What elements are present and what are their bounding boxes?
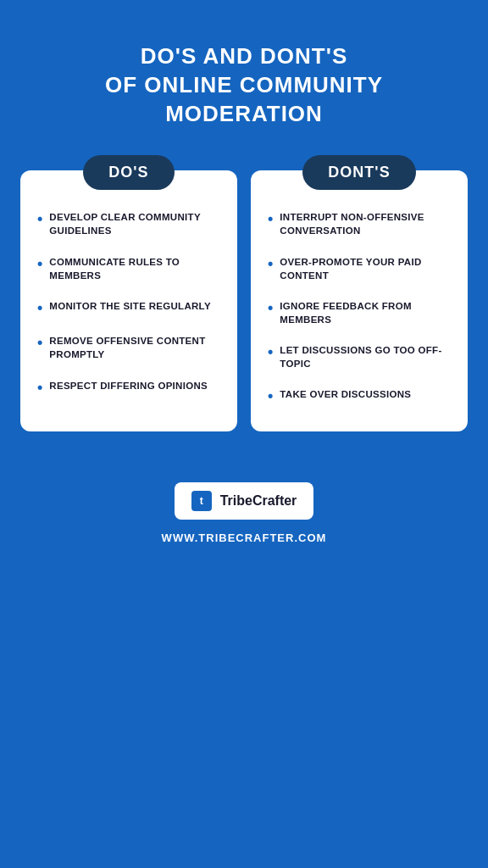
donts-header: DONT'S — [302, 155, 415, 190]
bullet-icon: • — [37, 210, 42, 229]
dos-item-text: DEVELOP CLEAR COMMUNITY GUIDELINES — [49, 210, 220, 237]
dos-card: DO'S • DEVELOP CLEAR COMMUNITY GUIDELINE… — [20, 170, 237, 431]
donts-card: DONT'S • INTERRUPT NON-OFFENSIVE CONVERS… — [251, 170, 468, 431]
donts-item-text: LET DISCUSSIONS GO TOO OFF-TOPIC — [280, 343, 451, 370]
title-line2: OF ONLINE COMMUNITY MODERATION — [25, 71, 463, 129]
bullet-icon: • — [37, 299, 42, 318]
donts-item-text: IGNORE FEEDBACK FROM MEMBERS — [280, 299, 451, 326]
list-item: • DEVELOP CLEAR COMMUNITY GUIDELINES — [37, 210, 220, 237]
donts-item-text: OVER-PROMOTE YOUR PAID CONTENT — [280, 255, 451, 282]
bullet-icon: • — [268, 299, 273, 318]
dos-item-text: RESPECT DIFFERING OPINIONS — [49, 379, 208, 392]
list-item: • OVER-PROMOTE YOUR PAID CONTENT — [268, 255, 451, 282]
title-line1: DO'S AND DONT'S — [25, 42, 463, 71]
bullet-icon: • — [37, 334, 42, 353]
donts-item-text: TAKE OVER DISCUSSIONS — [280, 387, 411, 401]
dos-item-text: COMMUNICATE RULES TO MEMBERS — [49, 255, 220, 282]
dos-list: • DEVELOP CLEAR COMMUNITY GUIDELINES • C… — [20, 210, 237, 397]
bullet-icon: • — [37, 255, 42, 274]
brand-icon: t — [191, 491, 212, 511]
donts-item-text: INTERRUPT NON-OFFENSIVE CONVERSATION — [280, 210, 451, 237]
footer-section: t TribeCrafter WWW.TRIBECRAFTER.COM — [162, 482, 327, 544]
bullet-icon: • — [268, 343, 273, 362]
list-item: • RESPECT DIFFERING OPINIONS — [37, 379, 220, 398]
list-item: • TAKE OVER DISCUSSIONS — [268, 387, 451, 406]
bullet-icon: • — [268, 210, 273, 229]
bullet-icon: • — [268, 255, 273, 274]
dos-item-text: REMOVE OFFENSIVE CONTENT PROMPTLY — [49, 334, 220, 361]
list-item: • LET DISCUSSIONS GO TOO OFF-TOPIC — [268, 343, 451, 370]
brand-badge: t TribeCrafter — [175, 482, 314, 520]
list-item: • IGNORE FEEDBACK FROM MEMBERS — [268, 299, 451, 326]
list-item: • REMOVE OFFENSIVE CONTENT PROMPTLY — [37, 334, 220, 361]
donts-header-text: DONT'S — [328, 164, 390, 181]
bullet-icon: • — [37, 379, 42, 398]
website-url: WWW.TRIBECRAFTER.COM — [162, 531, 327, 544]
donts-list: • INTERRUPT NON-OFFENSIVE CONVERSATION •… — [251, 210, 468, 405]
bullet-icon: • — [268, 387, 273, 406]
brand-name: TribeCrafter — [220, 493, 297, 509]
dos-header: DO'S — [83, 155, 174, 190]
main-title: DO'S AND DONT'S OF ONLINE COMMUNITY MODE… — [0, 42, 488, 128]
columns-container: DO'S • DEVELOP CLEAR COMMUNITY GUIDELINE… — [0, 170, 488, 431]
dos-header-text: DO'S — [108, 164, 148, 181]
list-item: • INTERRUPT NON-OFFENSIVE CONVERSATION — [268, 210, 451, 237]
list-item: • MONITOR THE SITE REGULARLY — [37, 299, 220, 318]
dos-item-text: MONITOR THE SITE REGULARLY — [49, 299, 211, 313]
list-item: • COMMUNICATE RULES TO MEMBERS — [37, 255, 220, 282]
